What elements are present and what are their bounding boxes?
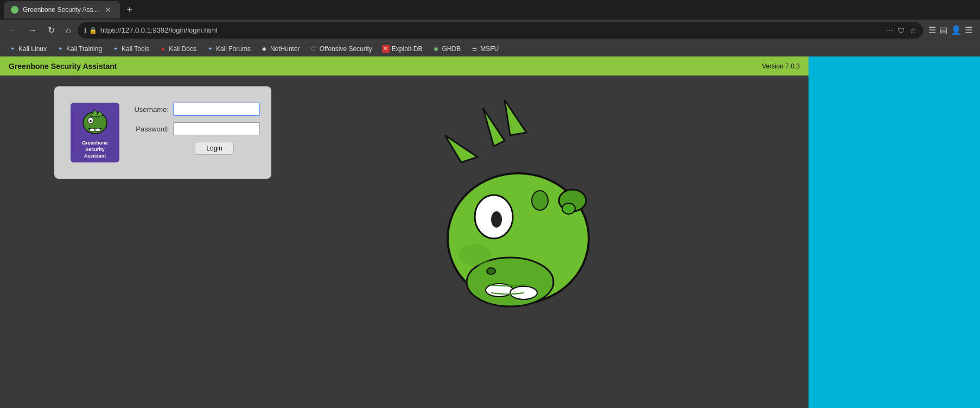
svg-point-20 [562, 203, 575, 214]
shield-icon: 🛡 [898, 26, 905, 35]
home-button[interactable]: ⌂ [61, 23, 75, 37]
password-input[interactable] [173, 122, 260, 135]
address-security-icons: ℹ 🔒 [84, 27, 97, 34]
svg-point-14 [532, 191, 548, 210]
profile-icon[interactable]: 👤 [951, 25, 962, 35]
logo-dragon-icon [79, 105, 111, 138]
bookmark-msfu[interactable]: ☰ MSFU [466, 44, 503, 54]
login-button[interactable]: Login [195, 142, 233, 155]
bookmark-ghdb-label: GHDB [442, 45, 461, 53]
address-bar[interactable]: ℹ 🔒 https://127.0.0.1:9392/login/login.h… [78, 22, 923, 39]
logo-box: GreenboneSecurityAssistant [71, 103, 119, 162]
reload-button[interactable]: ↻ [43, 23, 59, 37]
bookmark-kali-docs-label: Kali Docs [169, 45, 196, 53]
exploit-db-icon: E [382, 45, 390, 53]
svg-point-4 [90, 120, 92, 122]
login-form: Username: Password: Login [128, 103, 260, 155]
logo-text: GreenboneSecurityAssistant [82, 140, 108, 159]
library-icon[interactable]: ☰ [928, 25, 936, 35]
bookmark-exploit-db-label: Exploit-DB [392, 45, 423, 53]
svg-point-18 [487, 268, 495, 274]
page-wrapper: Greenbone Security Assistant Version 7.0… [0, 57, 980, 408]
app-version: Version 7.0.3 [762, 62, 800, 70]
msfu-icon: ☰ [470, 45, 478, 53]
kali-training-icon: ✦ [56, 45, 64, 53]
bookmark-kali-tools-label: Kali Tools [122, 45, 149, 53]
new-tab-button[interactable]: + [122, 2, 137, 18]
password-label: Password: [128, 125, 169, 133]
kali-tools-icon: ✦ [112, 45, 119, 53]
tab-close-button[interactable]: ✕ [103, 4, 113, 15]
bookmark-offensive-security[interactable]: ⬡ Offensive Security [306, 44, 377, 54]
bookmark-kali-linux[interactable]: ✦ Kali Linux [4, 44, 51, 54]
kali-forums-icon: ✦ [206, 45, 214, 53]
svg-marker-9 [505, 100, 526, 135]
username-row: Username: [128, 103, 260, 116]
svg-point-5 [90, 128, 95, 131]
dragon-icon [429, 92, 608, 320]
svg-marker-10 [445, 135, 478, 162]
bookmark-kali-tools[interactable]: ✦ Kali Tools [107, 44, 154, 54]
bookmark-kali-docs[interactable]: ● Kali Docs [155, 44, 201, 54]
nethunter-icon: ◆ [260, 45, 268, 53]
sidebar-icon[interactable]: ▤ [939, 25, 947, 35]
bookmark-exploit-db[interactable]: E Exploit-DB [378, 44, 427, 54]
forward-button[interactable]: → [24, 23, 41, 37]
back-button[interactable]: ← [4, 23, 22, 37]
lock-icon: 🔒 [89, 27, 97, 34]
bookmark-nethunter[interactable]: ◆ NetHunter [256, 44, 304, 54]
main-body: GreenboneSecurityAssistant Username: Pas… [0, 76, 809, 408]
bookmark-nethunter-label: NetHunter [270, 45, 300, 53]
kali-linux-icon: ✦ [9, 45, 16, 53]
bookmark-kali-forums[interactable]: ✦ Kali Forums [202, 44, 255, 54]
tab-bar: Greenbone Security Ass... ✕ + [0, 0, 980, 20]
bookmarks-bar: ✦ Kali Linux ✦ Kali Training ✦ Kali Tool… [0, 41, 980, 57]
tab-favicon [11, 6, 18, 14]
menu-dots-icon: ⋯ [886, 26, 893, 35]
bookmark-kali-training-label: Kali Training [66, 45, 102, 53]
app-header: Greenbone Security Assistant Version 7.0… [0, 57, 809, 76]
app-title: Greenbone Security Assistant [9, 62, 117, 71]
address-text[interactable]: https://127.0.0.1:9392/login/login.html [100, 26, 882, 34]
bookmark-msfu-label: MSFU [480, 45, 499, 53]
star-icon[interactable]: ☆ [909, 26, 917, 35]
bookmark-kali-linux-label: Kali Linux [18, 45, 47, 53]
hamburger-icon[interactable]: ☰ [965, 25, 972, 35]
ghdb-icon: ◉ [432, 45, 440, 53]
password-row: Password: [128, 122, 260, 135]
svg-marker-8 [483, 108, 505, 146]
svg-point-19 [459, 244, 491, 266]
dragon-mascot [429, 92, 608, 320]
tab-title: Greenbone Security Ass... [23, 6, 98, 14]
bookmark-kali-training[interactable]: ✦ Kali Training [52, 44, 106, 54]
svg-point-13 [491, 211, 502, 228]
info-icon: ℹ [84, 27, 87, 34]
bookmark-offensive-security-label: Offensive Security [320, 45, 372, 53]
bookmark-ghdb[interactable]: ◉ GHDB [428, 44, 465, 54]
nav-bar: ← → ↻ ⌂ ℹ 🔒 https://127.0.0.1:9392/login… [0, 20, 980, 41]
kali-docs-icon: ● [159, 45, 167, 53]
login-logo: GreenboneSecurityAssistant [71, 103, 119, 162]
active-tab[interactable]: Greenbone Security Ass... ✕ [4, 1, 120, 18]
nav-right-icons: ☰ ▤ 👤 ☰ [925, 25, 976, 35]
offensive-security-icon: ⬡ [310, 45, 317, 53]
login-box: GreenboneSecurityAssistant Username: Pas… [54, 86, 271, 179]
bookmark-kali-forums-label: Kali Forums [216, 45, 251, 53]
username-label: Username: [128, 105, 169, 114]
cyan-side-panel [809, 57, 980, 408]
content-area: Greenbone Security Assistant Version 7.0… [0, 57, 809, 408]
address-right-icons: ⋯ 🛡 ☆ [886, 26, 917, 35]
svg-point-6 [95, 128, 100, 131]
username-input[interactable] [173, 103, 260, 116]
